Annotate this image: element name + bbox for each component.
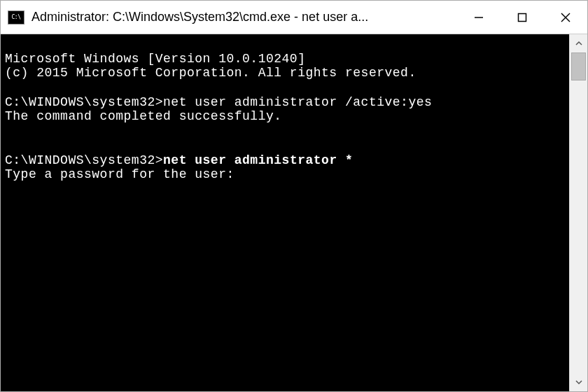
minimize-button[interactable]: [457, 1, 500, 34]
command-text: net user administrator *: [163, 153, 353, 167]
close-button[interactable]: [544, 1, 587, 34]
console-line: (c) 2015 Microsoft Corporation. All righ…: [5, 66, 565, 80]
chevron-up-icon: [575, 39, 583, 48]
minimize-icon: [474, 13, 484, 22]
console-line: Microsoft Windows [Version 10.0.10240]: [5, 52, 565, 66]
close-icon: [561, 13, 570, 22]
maximize-button[interactable]: [500, 1, 544, 34]
prompt: C:\WINDOWS\system32>: [5, 95, 163, 109]
scroll-up-button[interactable]: [570, 34, 587, 52]
window-controls: [457, 1, 587, 34]
svg-rect-1: [519, 13, 526, 21]
console-line: Type a password for the user:: [5, 167, 565, 182]
console-line: C:\WINDOWS\system32>net user administrat…: [5, 95, 565, 110]
console-blank: [5, 139, 565, 153]
scrollbar-track[interactable]: [570, 52, 587, 373]
cmd-icon-label: C:\: [12, 14, 21, 20]
titlebar[interactable]: C:\ Administrator: C:\Windows\System32\c…: [1, 1, 587, 34]
console-line: The command completed successfully.: [5, 109, 565, 124]
scrollbar-thumb[interactable]: [571, 52, 586, 80]
prompt: C:\WINDOWS\system32>: [5, 153, 163, 167]
console-blank: [5, 80, 565, 95]
cmd-icon: C:\: [8, 10, 24, 24]
maximize-icon: [517, 13, 527, 22]
chevron-down-icon: [575, 378, 583, 386]
client-area: Microsoft Windows [Version 10.0.10240](c…: [1, 34, 587, 391]
console-output[interactable]: Microsoft Windows [Version 10.0.10240](c…: [1, 34, 569, 391]
cmd-window: C:\ Administrator: C:\Windows\System32\c…: [0, 0, 588, 392]
console-blank: [5, 124, 565, 139]
scroll-down-button[interactable]: [570, 373, 587, 391]
console-line: C:\WINDOWS\system32>net user administrat…: [5, 153, 565, 168]
vertical-scrollbar[interactable]: [569, 34, 587, 391]
command-text: net user administrator /active:yes: [163, 95, 432, 109]
window-title: Administrator: C:\Windows\System32\cmd.e…: [31, 10, 457, 24]
